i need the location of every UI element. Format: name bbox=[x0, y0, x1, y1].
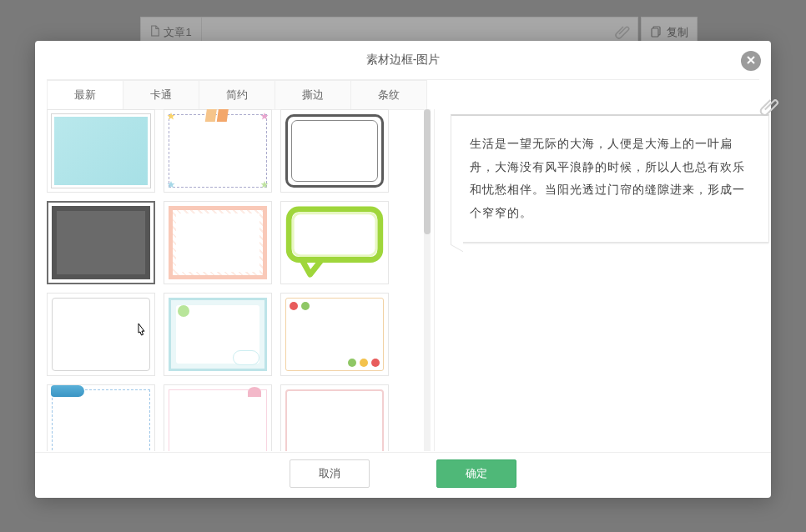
frame-thumb[interactable] bbox=[280, 293, 389, 376]
tab-torn[interactable]: 撕边 bbox=[275, 80, 351, 110]
modal-footer: 取消 确定 bbox=[35, 459, 771, 488]
tab-label: 撕边 bbox=[302, 88, 324, 101]
footer-divider bbox=[35, 452, 771, 453]
tab-label: 条纹 bbox=[378, 88, 400, 101]
modal-title: 素材边框-图片 bbox=[35, 41, 771, 78]
tab-cartoon[interactable]: 卡通 bbox=[123, 80, 199, 110]
paperclip-icon bbox=[758, 94, 780, 129]
preview-pane: 生活是一望无际的大海，人便是大海上的一叶扁舟，大海没有风平浪静的时候，所以人也总… bbox=[451, 114, 769, 243]
tab-simple[interactable]: 简约 bbox=[199, 80, 275, 110]
cancel-button[interactable]: 取消 bbox=[290, 459, 370, 488]
scrollbar-thumb[interactable] bbox=[424, 109, 431, 234]
ok-button-label: 确定 bbox=[466, 466, 487, 481]
split-divider bbox=[434, 109, 435, 451]
svg-rect-3 bbox=[293, 213, 376, 256]
material-frame-modal: 素材边框-图片 最新 卡通 简约 撕边 条纹 bbox=[35, 41, 771, 498]
gallery-scrollbar[interactable] bbox=[424, 109, 431, 451]
ok-button[interactable]: 确定 bbox=[436, 459, 516, 488]
frame-thumb[interactable] bbox=[47, 384, 155, 451]
frame-gallery bbox=[47, 109, 431, 451]
preview-sample-text: 生活是一望无际的大海，人便是大海上的一叶扁舟，大海没有风平浪静的时候，所以人也总… bbox=[470, 138, 745, 219]
tab-stripe[interactable]: 条纹 bbox=[351, 80, 427, 110]
tab-latest[interactable]: 最新 bbox=[47, 80, 123, 110]
close-icon bbox=[746, 55, 756, 68]
frame-thumb[interactable] bbox=[280, 201, 389, 284]
frame-thumb[interactable] bbox=[164, 293, 272, 376]
frame-thumb[interactable] bbox=[47, 109, 155, 193]
tab-label: 最新 bbox=[74, 88, 96, 101]
frame-thumb[interactable] bbox=[164, 109, 272, 193]
frame-thumb-selected[interactable] bbox=[47, 201, 155, 284]
frame-thumb[interactable] bbox=[280, 109, 389, 193]
category-tabs: 最新 卡通 简约 撕边 条纹 bbox=[47, 80, 427, 110]
cancel-button-label: 取消 bbox=[319, 466, 340, 481]
frame-thumb[interactable] bbox=[164, 201, 272, 284]
frame-thumb[interactable] bbox=[164, 384, 272, 451]
close-button[interactable] bbox=[741, 51, 761, 71]
preview-frame: 生活是一望无际的大海，人便是大海上的一叶扁舟，大海没有风平浪静的时候，所以人也总… bbox=[451, 114, 769, 243]
frame-thumb[interactable] bbox=[47, 293, 155, 376]
preview-corner-fold bbox=[451, 232, 463, 252]
frame-thumb[interactable] bbox=[280, 384, 389, 451]
tab-label: 简约 bbox=[226, 88, 248, 101]
tab-label: 卡通 bbox=[150, 88, 172, 101]
